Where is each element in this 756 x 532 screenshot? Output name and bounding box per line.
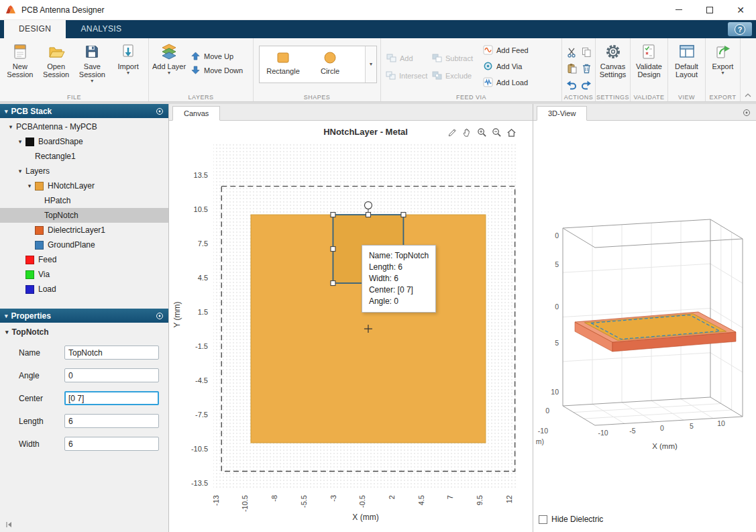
zoom-out-icon[interactable] — [492, 127, 502, 138]
y-tick-label: -7.5 — [195, 411, 208, 419]
collapse-ribbon-button[interactable] — [745, 93, 751, 97]
resize-handle[interactable] — [366, 213, 370, 217]
validate-design-button[interactable]: Validate Design — [633, 41, 665, 78]
circle-shape-button[interactable]: Circle — [307, 46, 354, 83]
tree-item-hnotchlayer[interactable]: ▾HNotchLayer — [0, 178, 168, 193]
new-session-button[interactable]: New Session — [2, 41, 38, 84]
hide-dielectric-checkbox[interactable] — [539, 515, 547, 524]
close-button[interactable]: ✕ — [725, 0, 756, 19]
delete-button[interactable] — [582, 63, 592, 74]
app-logo-icon — [5, 5, 16, 15]
tree-item-rectangle1[interactable]: Rectangle1 — [0, 149, 168, 164]
add-layer-button[interactable]: Add Layer ▾ — [151, 41, 187, 76]
expander-icon[interactable]: ▾ — [5, 123, 16, 130]
move-down-button[interactable]: Move Down — [187, 64, 246, 76]
x-axis-label: X (mm) — [213, 513, 518, 522]
add-load-icon — [482, 77, 493, 87]
export-button[interactable]: Export ▾ — [708, 41, 738, 76]
resize-handle[interactable] — [401, 213, 406, 217]
boolean-add-button[interactable]: Add — [383, 52, 429, 64]
circle-shape-label: Circle — [321, 67, 339, 75]
tree-item-groundplane[interactable]: GroundPlane — [0, 237, 168, 252]
add-via-button[interactable]: Add Via — [480, 60, 544, 72]
move-down-icon — [190, 66, 201, 74]
boolean-subtract-button[interactable]: Subtract — [429, 52, 480, 64]
properties-group-row[interactable]: ▾ TopNotch — [0, 323, 168, 337]
shapes-gallery-expand-button[interactable]: ▾ — [365, 46, 376, 83]
save-session-button[interactable]: Save Session ▾ — [74, 41, 111, 84]
expander-icon[interactable]: ▾ — [15, 168, 25, 174]
add-load-button[interactable]: Add Load — [480, 76, 544, 89]
panel-options-icon[interactable] — [156, 312, 164, 320]
edit-shape-icon[interactable] — [447, 127, 457, 138]
cut-button[interactable] — [566, 47, 577, 58]
undo-button[interactable] — [566, 79, 577, 90]
panel-options-icon[interactable] — [156, 107, 164, 115]
resize-handle[interactable] — [331, 247, 335, 252]
tree-item-hpatch[interactable]: HPatch — [0, 193, 168, 208]
tab-design[interactable]: DESIGN — [4, 20, 66, 38]
canvas-tabstrip: Canvas — [169, 104, 533, 121]
canvas-settings-button[interactable]: Canvas Settings — [598, 41, 628, 78]
move-up-button[interactable]: Move Up — [187, 50, 246, 62]
expander-icon[interactable]: ▾ — [15, 138, 25, 145]
tree-item-layers[interactable]: ▾Layers — [0, 164, 168, 178]
view3d-plot[interactable]: 050510-10-505100-10m)X (mm) — [533, 121, 755, 532]
zoom-in-icon[interactable] — [477, 127, 487, 138]
x3d-tick-label: 10 — [717, 419, 725, 427]
tab-analysis[interactable]: ANALYSIS — [66, 20, 136, 38]
tree-item-feed[interactable]: Feed — [0, 252, 168, 267]
tree-item-label: HPatch — [44, 196, 70, 205]
redo-button[interactable] — [581, 79, 592, 90]
open-folder-icon — [48, 42, 65, 61]
expander-icon[interactable]: ▾ — [24, 182, 35, 189]
tree-item-label: Feed — [38, 255, 56, 264]
copy-button[interactable] — [582, 47, 592, 58]
tab-3d-view[interactable]: 3D-View — [537, 106, 587, 121]
resize-handle[interactable] — [331, 281, 335, 286]
open-session-button[interactable]: Open Session — [38, 41, 74, 84]
add-feed-button[interactable]: Add Feed — [480, 44, 544, 56]
gallery-caret-icon: ▾ — [370, 62, 372, 67]
boolean-intersect-button[interactable]: Intersect — [383, 70, 429, 81]
x-tick-label: 2 — [388, 495, 396, 499]
collapse-arrow-icon[interactable]: ▾ — [5, 313, 8, 319]
section-label-view: VIEW — [668, 94, 705, 101]
rotate-handle[interactable] — [364, 202, 372, 209]
import-button[interactable]: Import ▾ — [110, 41, 146, 84]
properties-header[interactable]: ▾ Properties — [0, 309, 168, 323]
rectangle-shape-icon — [276, 50, 290, 66]
prop-input-name[interactable] — [64, 345, 159, 360]
help-button[interactable]: ? — [728, 22, 752, 36]
prop-input-length[interactable] — [64, 414, 159, 428]
ribbon-section-feedvia: Add Intersect Subtract Exclude — [381, 38, 562, 101]
pan-hand-icon[interactable] — [462, 127, 472, 138]
maximize-button[interactable] — [694, 0, 725, 19]
minimize-button[interactable] — [663, 0, 694, 19]
tree-item-dielectriclayer1[interactable]: DielectricLayer1 — [0, 223, 168, 237]
tree-item-topnotch[interactable]: TopNotch — [0, 208, 168, 223]
collapse-arrow-icon[interactable]: ▾ — [5, 108, 8, 115]
panel-options-icon[interactable] — [743, 109, 751, 117]
collapse-left-panel-button[interactable] — [5, 521, 13, 529]
boolean-exclude-button[interactable]: Exclude — [429, 70, 480, 81]
tab-canvas[interactable]: Canvas — [172, 106, 220, 121]
tree-item-load[interactable]: Load — [0, 282, 168, 297]
save-icon — [84, 42, 100, 61]
rectangle-shape-button[interactable]: Rectangle — [260, 46, 307, 83]
prop-input-center[interactable] — [64, 391, 159, 405]
tree-item-pcbantenna-mypcb[interactable]: ▾PCBAntenna - MyPCB — [0, 119, 168, 134]
resize-handle[interactable] — [331, 213, 335, 217]
pcb-stack-header[interactable]: ▾ PCB Stack — [0, 104, 168, 118]
tree-item-via[interactable]: Via — [0, 267, 168, 282]
pcb-stack-tree: ▾PCBAntenna - MyPCB▾BoardShapeRectangle1… — [0, 118, 168, 295]
tree-item-boardshape[interactable]: ▾BoardShape — [0, 134, 168, 149]
z-tick-label: 0 — [555, 303, 559, 311]
section-label-settings: SETTINGS — [596, 94, 630, 101]
prop-input-width[interactable] — [64, 437, 159, 451]
prop-input-angle[interactable] — [64, 368, 159, 382]
collapse-arrow-icon[interactable]: ▾ — [5, 329, 9, 335]
home-view-icon[interactable] — [506, 127, 517, 138]
paste-button[interactable] — [567, 63, 577, 74]
default-layout-button[interactable]: Default Layout — [670, 41, 703, 78]
